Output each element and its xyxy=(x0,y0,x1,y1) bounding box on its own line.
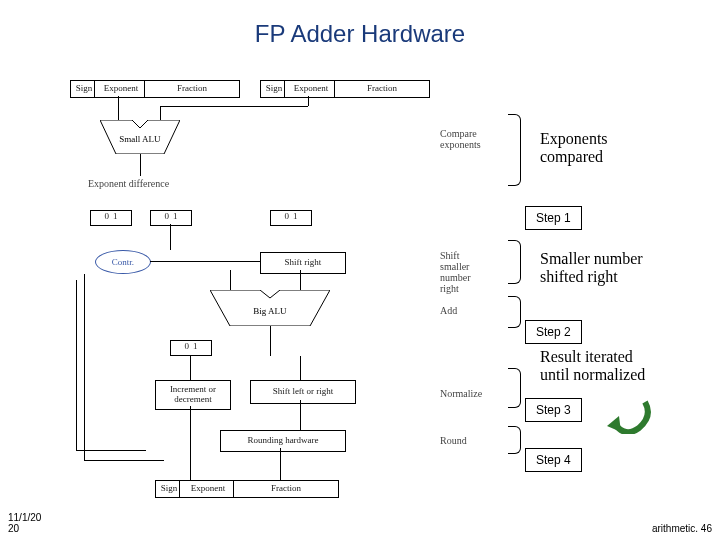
box-exponent-b: Exponent xyxy=(284,80,338,98)
small-alu: Small ALU xyxy=(100,120,180,154)
step-4-box: Step 4 xyxy=(525,448,582,472)
step-2-box: Step 2 xyxy=(525,320,582,344)
annotation-iterated: Result iterated until normalized xyxy=(540,348,645,384)
box-fraction-b: Fraction xyxy=(334,80,430,98)
label-round: Round xyxy=(440,435,467,446)
label-exp-diff: Exponent difference xyxy=(88,178,169,189)
svg-text:Big ALU: Big ALU xyxy=(253,306,287,316)
mux-3: 0 1 xyxy=(270,210,312,226)
label-add: Add xyxy=(440,305,457,316)
cycle-arrow-icon xyxy=(605,394,655,438)
box-shift-right: Shift right xyxy=(260,252,346,274)
label-shift-smaller: Shift smaller number right xyxy=(440,250,471,294)
box-fraction-out: Fraction xyxy=(233,480,339,498)
svg-text:Small ALU: Small ALU xyxy=(119,134,161,144)
brace-step3 xyxy=(508,368,521,408)
box-exponent-out: Exponent xyxy=(179,480,237,498)
label-normalize: Normalize xyxy=(440,388,482,399)
slide-title: FP Adder Hardware xyxy=(0,20,720,48)
box-fraction-a: Fraction xyxy=(144,80,240,98)
control-block: Contr. xyxy=(95,250,151,274)
brace-step4 xyxy=(508,426,521,454)
brace-step1 xyxy=(508,114,521,186)
footer-page: arithmetic. 46 xyxy=(652,523,712,534)
box-inc-dec: Increment or decrement xyxy=(155,380,231,410)
label-compare: Compare exponents xyxy=(440,128,481,150)
box-rounding: Rounding hardware xyxy=(220,430,346,452)
footer-date: 11/1/20 20 xyxy=(8,512,41,534)
svg-marker-4 xyxy=(607,416,621,432)
annotation-exponents: Exponents compared xyxy=(540,130,608,166)
mux-2: 0 1 xyxy=(150,210,192,226)
box-exponent-a: Exponent xyxy=(94,80,148,98)
annotation-shifted: Smaller number shifted right xyxy=(540,250,643,286)
step-1-box: Step 1 xyxy=(525,206,582,230)
mux-4: 0 1 xyxy=(170,340,212,356)
mux-1: 0 1 xyxy=(90,210,132,226)
big-alu: Big ALU xyxy=(210,290,330,326)
brace-step-add xyxy=(508,296,521,328)
step-3-box: Step 3 xyxy=(525,398,582,422)
brace-step2 xyxy=(508,240,521,284)
box-shift-lr: Shift left or right xyxy=(250,380,356,404)
